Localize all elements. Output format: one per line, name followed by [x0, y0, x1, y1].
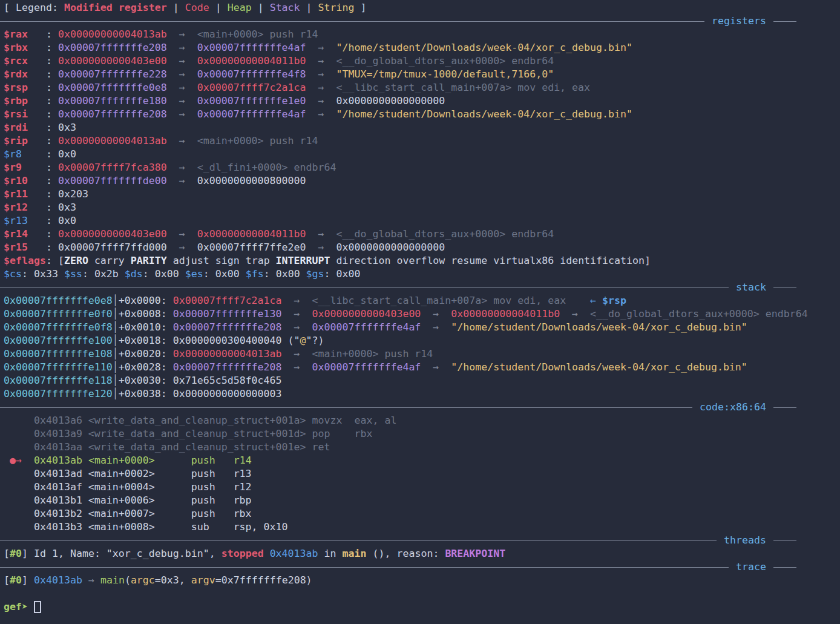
stopped-function: main [343, 548, 367, 559]
text-segment: : [28, 95, 58, 107]
text-segment: 0x00007fffffffe208 [173, 321, 282, 333]
text-segment [4, 494, 34, 506]
text-segment: 0x00007ffff7c2a1ca [173, 295, 282, 306]
text-segment: ] [355, 2, 367, 13]
deref-arrow-icon: → [167, 175, 197, 186]
text-segment: | [252, 2, 270, 13]
section-header-stack: stack [0, 281, 840, 294]
text-segment: 0x4013b1 <main+0006> push rbp [34, 494, 252, 506]
text-segment: +0x0018: [119, 335, 173, 346]
text-segment: 0x0 [58, 148, 76, 160]
terminal-screen[interactable]: [ Legend: Modified register | Code | Hea… [0, 0, 840, 624]
text-segment: 0x00 [215, 268, 246, 280]
text-segment: 0x00007fffffffe100 [4, 335, 113, 346]
register-rsi: $rsi : 0x00007fffffffe208 → 0x00007fffff… [0, 108, 840, 121]
register-name: $r11 [4, 188, 28, 200]
section-title-registers: registers [704, 15, 773, 28]
prompt-line[interactable]: gef➤ [0, 600, 840, 614]
section-rule [0, 407, 692, 408]
text-segment: 0x00007fffffffe4f8 [197, 68, 306, 80]
register-rsp: $rsp : 0x00007fffffffe0e8 → 0x00007ffff7… [0, 81, 840, 94]
deref-arrow-icon: → [282, 321, 312, 333]
text-segment: 0x0000000000800000 [197, 175, 306, 186]
deref-arrow-icon: → [306, 228, 336, 240]
text-segment: : [143, 268, 155, 280]
register-name: $ss [64, 268, 82, 280]
text-segment: [ [58, 255, 64, 266]
text-segment: 0x00007fffffffe208 [58, 108, 167, 120]
legend-line: [ Legend: Modified register | Code | Hea… [0, 1, 840, 15]
register-name: $rbp [4, 95, 28, 107]
code-line-0x4013a6: 0x4013a6 <write_data_and_cleanup_struct+… [0, 414, 840, 427]
prompt-label: gef [4, 601, 22, 613]
register-name: $r10 [4, 175, 28, 186]
thread-0: [#0] Id 1, Name: "xor_c_debug.bin", stop… [0, 547, 840, 560]
text-segment: : [28, 28, 58, 40]
text-segment [4, 521, 34, 533]
text-segment: 0x00007fffffffe108 [4, 348, 113, 360]
text-segment: <_dl_fini+0000> endbr64 [197, 162, 336, 173]
text-segment: : [28, 42, 58, 53]
deref-arrow-icon: → [306, 95, 336, 107]
register-r9: $r9 : 0x00007ffff7fca380 → <_dl_fini+000… [0, 161, 840, 174]
text-segment [4, 508, 34, 519]
text-segment: : [28, 241, 58, 253]
register-name: $rcx [4, 55, 28, 67]
text-segment: 0x3 [58, 202, 76, 213]
flag-parity-set: PARITY [131, 255, 167, 266]
deref-arrow-icon: → [167, 68, 197, 80]
deref-arrow-icon: → [167, 42, 197, 53]
terminal-cursor[interactable] [34, 601, 41, 613]
text-segment: : [28, 175, 58, 186]
register-name: $rbx [4, 42, 28, 53]
text-segment [4, 441, 34, 453]
text-segment: carry [88, 255, 131, 266]
deref-arrow-icon: → [167, 55, 197, 67]
section-rule [773, 21, 796, 22]
text-segment: 0x00007fffffffde00 [58, 175, 167, 186]
text-segment: direction overflow resume virtualx86 ide… [330, 255, 651, 266]
text-segment: ( [125, 574, 131, 586]
text-segment: [ Legend: [4, 2, 64, 13]
text-segment: <__do_global_dtors_aux+0000> endbr64 [336, 55, 554, 67]
column-divider: │ [113, 388, 119, 399]
text-segment: 0x0000000000403e00 [58, 228, 167, 240]
deref-arrow-icon: → [421, 361, 451, 373]
text-segment: 0x00000000004013ab [58, 28, 167, 40]
frame-index: #0 [10, 574, 22, 586]
stack-entry-6: 0x00007fffffffe118│+0x0030: 0x71e65c5d58… [0, 374, 840, 387]
register-name: $rdi [4, 122, 28, 133]
register-name: $cs [4, 268, 22, 280]
text-segment: Id 1, Name: "xor_c_debug.bin", [28, 548, 221, 559]
text-segment: 0x0000000000403e00 [312, 308, 421, 320]
text-segment: <__libc_start_call_main+007a> mov edi, e… [312, 295, 566, 306]
text-segment [22, 455, 34, 466]
text-segment: adjust sign trap [167, 255, 276, 266]
deref-arrow-icon: → [167, 108, 197, 120]
column-divider: │ [113, 375, 119, 386]
deref-arrow-icon: → [560, 308, 590, 320]
register-name: $r15 [4, 241, 28, 253]
text-segment: 0x00007fffffffe1e0 [197, 95, 306, 107]
text-segment: 0x00007fffffffe208 [58, 42, 167, 53]
text-segment: : [28, 215, 58, 226]
text-segment: 0x4013ab [270, 548, 318, 559]
rsp-pointer-label: $rsp [602, 295, 626, 306]
register-r13: $r13 : 0x0 [0, 214, 840, 228]
text-segment: : [22, 162, 58, 173]
deref-arrow-icon: → [306, 241, 336, 253]
text-segment: : [28, 188, 58, 200]
text-segment: 0x00007ffff7ffd000 [58, 241, 167, 253]
text-segment: 0x00007ffff7fca380 [58, 162, 167, 173]
code-line-0x4013af: 0x4013af <main+0004> push r12 [0, 481, 840, 494]
register-name: $rax [4, 28, 28, 40]
section-header-registers: registers [0, 15, 840, 28]
text-segment: @ [300, 335, 306, 346]
rsp-pointer-arrow-icon: ← [590, 295, 602, 306]
legend-stack: Stack [270, 2, 300, 13]
text-segment: : [22, 148, 58, 160]
text-segment: "TMUX=/tmp/tmux-1000/default,7166,0" [336, 68, 554, 80]
text-segment: : [264, 268, 276, 280]
deref-arrow-icon: → [282, 361, 312, 373]
section-rule [0, 287, 729, 288]
